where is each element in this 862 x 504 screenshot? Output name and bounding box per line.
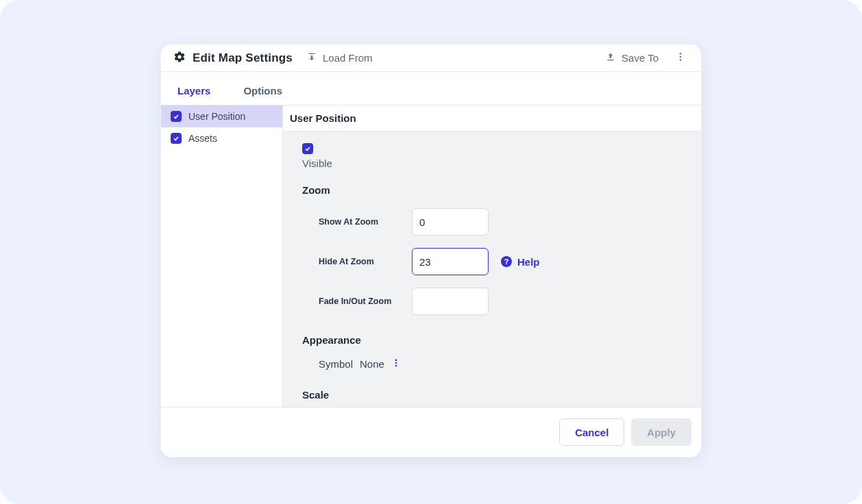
field-show-at-zoom: Show At Zoom: [302, 208, 682, 236]
tab-layers[interactable]: Layers: [177, 77, 219, 105]
hide-at-zoom-label: Hide At Zoom: [319, 257, 399, 266]
cancel-button[interactable]: Cancel: [559, 418, 624, 446]
layer-item-user-position[interactable]: User Position: [161, 105, 282, 127]
modal-body: User Position Assets User Position: [161, 105, 701, 407]
layer-settings-panel: User Position Visible Zoom Show At Zoom: [283, 105, 701, 407]
symbol-value: None: [360, 358, 384, 370]
section-scale-title: Scale: [302, 389, 682, 401]
svg-point-1: [680, 55, 682, 58]
tabs: Layers Options: [161, 72, 701, 105]
layer-label: User Position: [188, 111, 245, 122]
save-to-button[interactable]: Save To: [601, 49, 663, 67]
save-to-label: Save To: [621, 52, 658, 64]
modal-title: Edit Map Settings: [193, 51, 293, 65]
symbol-more-button[interactable]: [391, 358, 401, 370]
load-from-button[interactable]: Load From: [302, 49, 377, 67]
help-link[interactable]: ? Help: [501, 256, 540, 268]
layers-sidebar: User Position Assets: [161, 105, 283, 407]
help-icon: ?: [501, 256, 512, 267]
svg-point-2: [680, 59, 682, 61]
symbol-label: Symbol: [319, 358, 353, 370]
dots-vertical-icon: [675, 53, 686, 64]
load-from-label: Load From: [323, 52, 373, 64]
section-zoom-title: Zoom: [302, 184, 682, 196]
tab-options[interactable]: Options: [243, 77, 291, 105]
upload-icon: [605, 51, 616, 64]
dots-vertical-icon: [391, 358, 401, 370]
layer-item-assets[interactable]: Assets: [161, 127, 282, 149]
layer-label: Assets: [188, 133, 217, 144]
fade-zoom-input[interactable]: [412, 288, 489, 315]
svg-point-0: [680, 53, 682, 55]
field-hide-at-zoom: Hide At Zoom ? Help: [302, 248, 682, 275]
header-more-button[interactable]: [672, 49, 689, 68]
svg-point-5: [395, 365, 397, 367]
fade-zoom-label: Fade In/Out Zoom: [319, 297, 399, 306]
edit-map-settings-modal: Edit Map Settings Load From Save To: [160, 44, 702, 457]
section-appearance-title: Appearance: [302, 334, 682, 346]
visible-checkbox[interactable]: [302, 143, 313, 154]
panel-title: User Position: [283, 105, 701, 131]
apply-button[interactable]: Apply: [631, 418, 691, 446]
help-label: Help: [517, 256, 540, 268]
panel-scroll[interactable]: Visible Zoom Show At Zoom Hide At Zoom ?…: [283, 131, 701, 407]
modal-footer: Cancel Apply: [161, 407, 701, 457]
svg-point-3: [395, 360, 397, 362]
layer-checkbox-user-position[interactable]: [171, 111, 182, 122]
download-icon: [306, 51, 317, 64]
visible-label: Visible: [302, 158, 682, 169]
symbol-row: Symbol None: [319, 358, 682, 370]
show-at-zoom-label: Show At Zoom: [319, 217, 399, 227]
field-fade-zoom: Fade In/Out Zoom: [302, 288, 682, 315]
gear-icon: [173, 51, 186, 66]
modal-header: Edit Map Settings Load From Save To: [161, 45, 701, 72]
svg-point-4: [395, 362, 397, 364]
show-at-zoom-input[interactable]: [412, 208, 489, 236]
hide-at-zoom-input[interactable]: [412, 248, 489, 275]
layer-checkbox-assets[interactable]: [171, 133, 182, 144]
